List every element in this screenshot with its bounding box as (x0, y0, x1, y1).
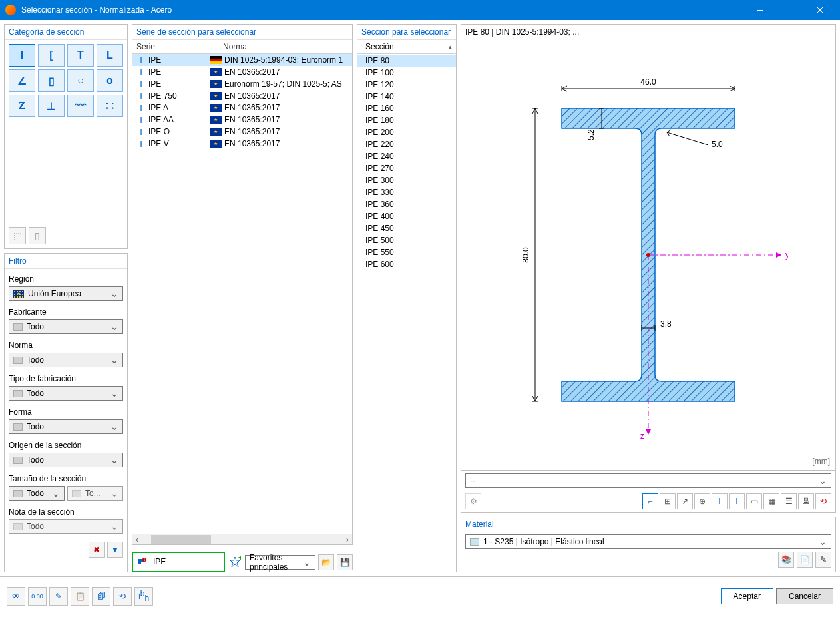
principal-button[interactable]: ↗ (677, 493, 693, 509)
shape-oval-button[interactable]: o (97, 69, 123, 92)
series-row[interactable]: IIPE OEN 10365:2017 (132, 126, 352, 138)
section-i2-button[interactable]: I (729, 493, 745, 509)
section-row[interactable]: IPE 400 (357, 210, 456, 222)
section-row[interactable]: IPE 600 (357, 258, 456, 270)
section-row[interactable]: IPE 300 (357, 174, 456, 186)
accept-button[interactable]: Aceptar (721, 588, 773, 604)
wireframe-button[interactable]: ▭ (746, 493, 762, 509)
shape-c-button[interactable]: [ (38, 44, 65, 67)
cancel-button[interactable]: Cancelar (776, 588, 833, 604)
stress-button[interactable]: ⊕ (694, 493, 710, 509)
apply-filter-button[interactable]: ▼ (107, 542, 123, 558)
section-row[interactable]: IPE 100 (357, 67, 456, 79)
section-row[interactable]: IPE 450 (357, 222, 456, 234)
shape-angle-button[interactable]: ∠ (9, 69, 35, 92)
favorites-select[interactable]: Favoritos principales (245, 555, 315, 570)
series-row[interactable]: IIPE AAEN 10365:2017 (132, 114, 352, 126)
series-row[interactable]: IIPEDIN 1025-5:1994-03; Euronorm 1 (132, 54, 352, 66)
print-button[interactable]: 🖶 (798, 493, 814, 509)
section-row[interactable]: IPE 180 (357, 114, 456, 126)
rotate-icon: ⟲ (119, 592, 126, 601)
section-row[interactable]: IPE 120 (357, 79, 456, 91)
norm-col-header[interactable]: Norma (223, 42, 348, 51)
section-i-button[interactable]: I (712, 493, 728, 509)
collapse-button[interactable]: ▯ (29, 227, 46, 244)
shape-rect-button[interactable]: ▯ (38, 69, 65, 92)
edit-button[interactable]: ✎ (49, 587, 68, 606)
oval-icon: o (103, 74, 116, 87)
section-row[interactable]: IPE 200 (357, 126, 456, 138)
series-row[interactable]: IIPEEN 10365:2017 (132, 66, 352, 78)
section-row[interactable]: IPE 550 (357, 246, 456, 258)
units-button[interactable]: 0.00 (28, 587, 47, 606)
add-favorite-button[interactable]: + (228, 555, 242, 570)
reset-button[interactable]: ⟲ (815, 493, 831, 509)
axes-button[interactable]: ⌐ (642, 493, 658, 509)
section-col-header[interactable]: Sección ▴ (357, 40, 456, 54)
preview-dropdown[interactable]: -- (465, 473, 831, 488)
shape-hat-button[interactable]: ⊥ (38, 95, 65, 117)
manufacturer-value: Todo (27, 322, 44, 331)
section-row[interactable]: IPE 330 (357, 186, 456, 198)
series-col-header[interactable]: Serie (136, 42, 223, 51)
list-button[interactable]: ☰ (781, 493, 797, 509)
axes-icon: ⌐ (648, 497, 652, 506)
search-icon[interactable]: ! (136, 556, 148, 568)
note-select[interactable]: Todo (9, 519, 123, 534)
series-row[interactable]: IIPE AEN 10365:2017 (132, 102, 352, 114)
shape-z-button[interactable]: Z (9, 95, 35, 117)
section-row[interactable]: IPE 80 (357, 55, 456, 67)
section-row[interactable]: IPE 360 (357, 198, 456, 210)
section-row[interactable]: IPE 220 (357, 138, 456, 150)
section-row[interactable]: IPE 140 (357, 91, 456, 103)
scroll-thumb[interactable] (151, 535, 211, 544)
material-edit-button[interactable]: ✎ (815, 552, 831, 568)
shape-t-button[interactable]: T (67, 44, 94, 67)
svg-rect-0 (757, 10, 763, 11)
close-button[interactable] (805, 0, 835, 20)
manufacturer-select[interactable]: Todo (9, 319, 123, 334)
info-button[interactable]: 👁 (7, 587, 25, 606)
search-input[interactable] (152, 556, 212, 568)
material-library-button[interactable]: 📚 (778, 552, 794, 568)
save-favorite-button[interactable]: 💾 (337, 554, 353, 570)
expand-button[interactable]: ⬚ (9, 227, 26, 244)
open-favorite-button[interactable]: 📂 (318, 554, 334, 570)
clipboard-button[interactable]: 📋 (71, 587, 89, 606)
values-button[interactable]: ⚙ (465, 493, 481, 509)
shape-point-button[interactable]: ⸬ (97, 95, 123, 117)
series-row[interactable]: IIPE VEN 10365:2017 (132, 138, 352, 150)
section-row[interactable]: IPE 500 (357, 234, 456, 246)
clear-filter-button[interactable]: ✖ (89, 542, 105, 558)
series-name: IPE A (148, 103, 168, 112)
rotate-button[interactable]: ⟲ (113, 587, 132, 606)
dims-button[interactable]: ⊞ (660, 493, 676, 509)
grid-button[interactable]: ▦ (763, 493, 779, 509)
section-row[interactable]: IPE 270 (357, 162, 456, 174)
folder-icon: 📂 (321, 558, 331, 567)
minimize-button[interactable] (745, 0, 775, 20)
preview-toolbar-row1: -- (461, 470, 835, 491)
fabrication-select[interactable]: Todo (9, 386, 123, 401)
norm-select[interactable]: Todo (9, 353, 123, 367)
size-to-select[interactable]: To... (67, 486, 123, 501)
series-row[interactable]: IIPE 750EN 10365:2017 (132, 90, 352, 102)
dimensions-button[interactable]: Ibh (134, 587, 153, 606)
horizontal-scrollbar[interactable]: ‹ › (132, 534, 352, 544)
material-new-button[interactable]: 📄 (797, 552, 813, 568)
origin-select[interactable]: Todo (9, 453, 123, 467)
shape-l-button[interactable]: L (97, 44, 123, 67)
region-select[interactable]: Unión Europea (9, 286, 123, 301)
series-row[interactable]: IIPEEuronorm 19-57; DIN 1025-5; AS (132, 78, 352, 90)
maximize-button[interactable] (775, 0, 805, 20)
material-select[interactable]: 1 - S235 | Isótropo | Elástico lineal (465, 534, 831, 549)
copy-button[interactable]: 🗐 (92, 587, 110, 606)
size-from-select[interactable]: Todo (9, 486, 65, 501)
section-row[interactable]: IPE 160 (357, 103, 456, 114)
section-row[interactable]: IPE 240 (357, 150, 456, 162)
shape-wave-button[interactable]: 〰 (67, 95, 94, 117)
shape-circle-button[interactable]: ○ (67, 69, 94, 92)
shape-i-button[interactable]: I (9, 44, 35, 67)
material-panel: Material 1 - S235 | Isótropo | Elástico … (461, 517, 836, 572)
shape-select[interactable]: Todo (9, 419, 123, 434)
